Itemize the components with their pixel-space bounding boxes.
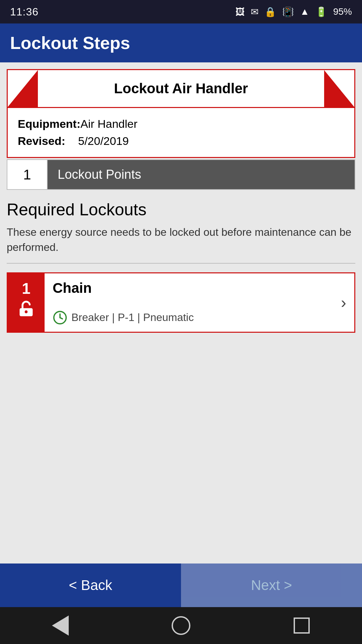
required-lockouts-title: Required Lockouts (7, 200, 355, 219)
corner-right-decoration (324, 70, 354, 107)
card-header: Lockout Air Handler (8, 70, 354, 107)
card-header-center: Lockout Air Handler (38, 70, 324, 107)
image-icon: 🖼 (235, 6, 245, 17)
nav-back-button[interactable] (47, 612, 74, 639)
status-time: 11:36 (10, 6, 39, 18)
bottom-buttons: < Back Next > (0, 564, 362, 607)
equipment-row: Equipment: Air Handler (18, 117, 344, 130)
lockout-points-count: 1 (7, 160, 48, 189)
status-bar: 11:36 🖼 ✉ 🔒 📳 ▲ 🔋 95% (0, 0, 362, 23)
next-button[interactable]: Next > (181, 564, 362, 607)
vibrate-icon: 📳 (282, 6, 294, 17)
revised-value: 5/20/2019 (78, 135, 129, 148)
lock-icon: 🔒 (264, 6, 276, 17)
battery-icon: 🔋 (315, 6, 327, 17)
main-content: Lockout Air Handler Equipment: Air Handl… (0, 62, 362, 564)
unlocked-padlock-icon (17, 300, 35, 318)
lockout-points-label: Lockout Points (48, 160, 355, 189)
nav-recents-icon (294, 618, 310, 634)
equipment-value: Air Handler (80, 117, 137, 130)
nav-home-icon (172, 616, 190, 635)
svg-point-1 (25, 310, 28, 313)
status-icons: 🖼 ✉ 🔒 📳 ▲ 🔋 95% (235, 6, 352, 17)
lockout-item-number-col: 1 (8, 273, 45, 332)
email-icon: ✉ (251, 6, 258, 17)
app-bar: Lockout Steps (0, 23, 362, 62)
nav-recents-button[interactable] (288, 612, 315, 639)
lockout-item-num: 1 (22, 281, 31, 296)
system-nav-bar (0, 607, 362, 644)
nav-back-icon (52, 615, 69, 636)
equipment-label: Equipment: (18, 117, 80, 130)
card-info: Equipment: Air Handler Revised: 5/20/201… (8, 107, 354, 157)
lockout-card: Lockout Air Handler Equipment: Air Handl… (7, 69, 355, 158)
required-lockouts-desc: These energy source needs to be locked o… (7, 225, 355, 255)
lockout-item-arrow[interactable]: › (333, 273, 354, 332)
lockout-item-tags: Breaker | P-1 | Pneumatic (53, 310, 325, 325)
card-title: Lockout Air Handler (114, 80, 248, 97)
tag-clock-icon (53, 310, 67, 325)
nav-home-button[interactable] (168, 612, 194, 639)
revised-row: Revised: 5/20/2019 (18, 135, 344, 148)
wifi-icon: ▲ (300, 6, 309, 17)
lockout-points-row: 1 Lockout Points (7, 159, 355, 190)
revised-label: Revised: (18, 135, 78, 148)
back-button[interactable]: < Back (0, 564, 181, 607)
battery-percent: 95% (333, 6, 352, 17)
corner-left-decoration (8, 70, 38, 107)
section-divider (7, 263, 355, 264)
lockout-item[interactable]: 1 Chain Breaker | P-1 | Pneumatic (7, 272, 355, 333)
app-bar-title: Lockout Steps (10, 33, 130, 53)
lockout-item-name: Chain (53, 280, 325, 296)
required-lockouts-section: Required Lockouts These energy source ne… (7, 200, 355, 333)
lockout-item-content: Chain Breaker | P-1 | Pneumatic (45, 273, 333, 332)
lockout-item-tag-text: Breaker | P-1 | Pneumatic (71, 311, 194, 324)
